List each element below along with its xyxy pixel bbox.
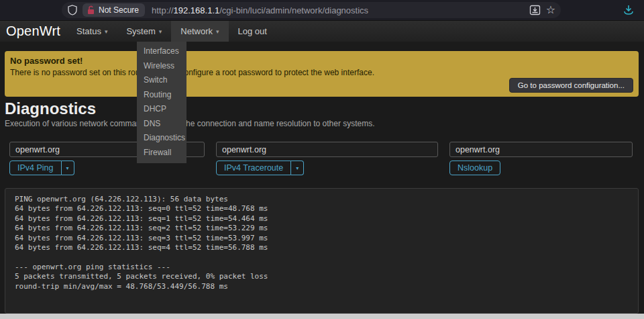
- network-dropdown-menu: Interfaces Wireless Switch Routing DHCP …: [137, 42, 186, 163]
- menu-item-interfaces[interactable]: Interfaces: [137, 44, 186, 59]
- ipv4-traceroute-button[interactable]: IPv4 Traceroute: [216, 161, 291, 175]
- nav-item-label: Network: [180, 26, 213, 36]
- alert-title: No password set!: [10, 56, 83, 66]
- nslookup-host-input[interactable]: [449, 142, 633, 157]
- menu-item-dhcp[interactable]: DHCP: [137, 102, 186, 117]
- url-path: /cgi-bin/luci/admin/network/diagnostics: [219, 5, 368, 15]
- menu-item-wireless[interactable]: Wireless: [137, 59, 186, 74]
- nslookup-button[interactable]: Nslookup: [449, 161, 500, 175]
- alert-message: There is no password set on this router.…: [10, 68, 527, 77]
- nav-item-logout[interactable]: Log out: [229, 21, 276, 42]
- favorites-star-icon[interactable]: ☆: [546, 5, 555, 15]
- no-password-alert: No password set! There is no password se…: [5, 51, 639, 97]
- go-to-password-configuration-button[interactable]: Go to password configuration...: [509, 78, 633, 93]
- chevron-down-icon: ▾: [159, 28, 162, 35]
- openwrt-brand: OpenWrt: [0, 24, 67, 39]
- tracking-prevention-shield-icon[interactable]: [68, 5, 77, 15]
- nav-item-label: Status: [76, 26, 101, 36]
- nav-item-label: Log out: [238, 26, 267, 36]
- menu-item-firewall[interactable]: Firewall: [137, 146, 186, 161]
- download-icon[interactable]: [623, 4, 635, 19]
- chevron-down-icon: ▾: [216, 28, 219, 35]
- menu-item-diagnostics[interactable]: Diagnostics: [137, 131, 186, 146]
- nav-item-system[interactable]: System ▾: [117, 21, 171, 42]
- traceroute-button-group: IPv4 Traceroute ▾: [216, 161, 304, 175]
- page-title: Diagnostics: [5, 99, 96, 118]
- url-host: 192.168.1.1: [174, 5, 220, 15]
- menu-item-routing[interactable]: Routing: [137, 88, 186, 103]
- ping-protocol-dropdown-button[interactable]: ▾: [62, 161, 74, 175]
- ping-button-group: IPv4 Ping ▾: [9, 161, 74, 175]
- ping-output-terminal: PING openwrt.org (64.226.122.113): 56 da…: [5, 188, 639, 314]
- page-description: Execution of various network commands to…: [5, 119, 375, 128]
- nav-menu: Status ▾ System ▾ Network ▾ Log out: [67, 21, 276, 42]
- chevron-down-icon: ▾: [105, 28, 108, 35]
- traceroute-protocol-dropdown-button[interactable]: ▾: [291, 161, 304, 175]
- nslookup-button-group: Nslookup: [449, 161, 500, 175]
- chevron-down-icon: ▾: [296, 165, 299, 171]
- menu-item-dns[interactable]: DNS: [137, 117, 186, 132]
- window-bottom-strip: [0, 314, 644, 319]
- nav-item-status[interactable]: Status ▾: [67, 21, 117, 42]
- traceroute-host-input[interactable]: [216, 142, 438, 157]
- nav-item-label: System: [126, 26, 155, 36]
- not-secure-badge[interactable]: Not Secure: [83, 3, 145, 17]
- url-text[interactable]: http://192.168.1.1/cgi-bin/luci/admin/ne…: [152, 5, 368, 15]
- ipv4-ping-button[interactable]: IPv4 Ping: [9, 161, 62, 175]
- security-badge-label: Not Secure: [99, 5, 139, 15]
- save-page-icon[interactable]: [529, 5, 541, 15]
- chevron-down-icon: ▾: [66, 165, 69, 171]
- address-bar[interactable]: Not Secure http://192.168.1.1/cgi-bin/lu…: [62, 2, 561, 18]
- nav-item-network[interactable]: Network ▾: [171, 21, 228, 42]
- url-scheme: http://: [152, 5, 174, 15]
- menu-item-switch[interactable]: Switch: [137, 73, 186, 88]
- openwrt-navbar: OpenWrt Status ▾ System ▾ Network ▾ Log …: [0, 20, 644, 42]
- browser-chrome: Not Secure http://192.168.1.1/cgi-bin/lu…: [0, 0, 644, 20]
- broken-lock-icon: [87, 5, 95, 15]
